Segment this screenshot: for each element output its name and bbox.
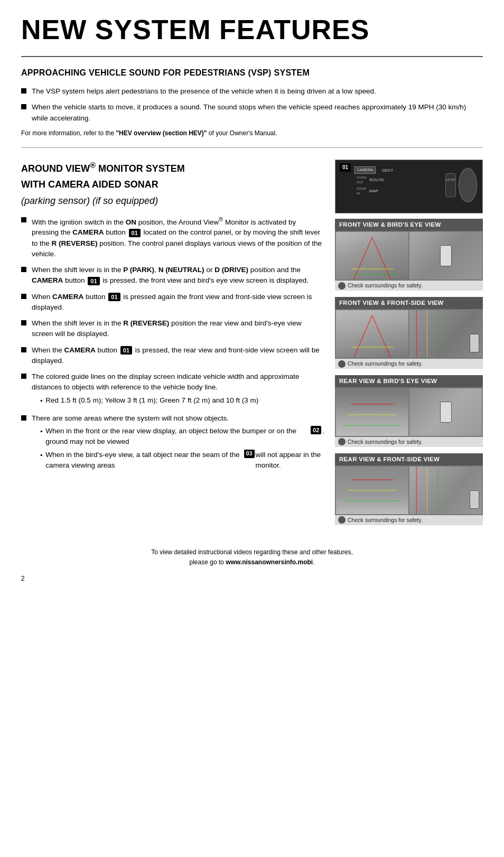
cam-img-bird-1 bbox=[409, 232, 482, 280]
cp-zoom-in: ZOOM IN bbox=[357, 187, 366, 195]
cp-enter-btn: ENTER bbox=[445, 173, 456, 197]
av-bullet-4: When the shift lever is in the R (REVERS… bbox=[32, 318, 324, 340]
list-item: The VSP system helps alert pedestrians t… bbox=[21, 86, 483, 97]
camera-label-4: REAR VIEW & FRONT-SIDE VIEW bbox=[335, 453, 483, 465]
caption-icon-3 bbox=[338, 438, 346, 445]
camera-images-col: 01 CAMERA DEST ZOOM OUT ROUTE bbox=[335, 160, 483, 532]
around-view-heading-1: AROUND VIEW® MONITOR SYSTEM bbox=[21, 160, 324, 175]
badge-01c: 01 bbox=[108, 293, 120, 301]
cam-img-front-1 bbox=[336, 232, 408, 280]
list-item: When in the front or the rear view displ… bbox=[40, 426, 324, 448]
caption-text-2: Check surroundings for safety. bbox=[348, 360, 423, 368]
list-item: When the vehicle starts to move, it prod… bbox=[21, 102, 483, 124]
cp-map-label: MAP bbox=[369, 188, 378, 194]
camera-block-3: REAR VIEW & BIRD'S EYE VIEW bbox=[335, 375, 483, 447]
av-bullet-2: When the shift lever is in the P (PARK),… bbox=[32, 265, 324, 286]
cp-zoom-out-label: ZOOM bbox=[357, 175, 366, 180]
camera-grid-1 bbox=[335, 231, 483, 281]
caption-icon-2 bbox=[338, 360, 346, 368]
svg-line-5 bbox=[372, 315, 391, 358]
cam-lines-svg bbox=[336, 232, 408, 280]
cam-img-side-4 bbox=[409, 467, 482, 514]
cp-dest-label: DEST bbox=[382, 167, 393, 174]
av-sub-list-7: When in the front or the rear view displ… bbox=[32, 426, 324, 471]
av-bullet-6: The colored guide lines on the display s… bbox=[32, 371, 324, 408]
camera-label-3: REAR VIEW & BIRD'S EYE VIEW bbox=[335, 375, 483, 387]
vsp-info-bold: "HEV overview (section HEV)" bbox=[116, 129, 207, 137]
cam-cell-rear-4 bbox=[336, 467, 408, 514]
list-item: When in the bird's-eye view, a tall obje… bbox=[40, 450, 324, 471]
cam-lines-svg-2 bbox=[336, 310, 408, 358]
cam-cell-side-4 bbox=[409, 467, 482, 514]
caption-text-3: Check surroundings for safety. bbox=[348, 438, 423, 446]
cp-badge-01: 01 bbox=[340, 163, 351, 172]
camera-grid-3 bbox=[335, 387, 483, 437]
car-top-view bbox=[440, 245, 452, 266]
camera-block-4: REAR VIEW & FRONT-SIDE VIEW bbox=[335, 453, 483, 525]
cam-img-rear-4 bbox=[336, 467, 408, 514]
cp-zoom-label: ZOOM bbox=[357, 187, 366, 191]
bullet-icon bbox=[21, 374, 26, 379]
camera-block-2: FRONT VIEW & FRONT-SIDE VIEW bbox=[335, 297, 483, 369]
around-view-heading-3: (parking sensor) (if so equipped) bbox=[21, 194, 324, 208]
list-item: Red 1.5 ft (0.5 m); Yellow 3 ft (1 m); G… bbox=[40, 395, 324, 406]
cam-img-rear-3 bbox=[336, 388, 408, 436]
camera-caption-3: Check surroundings for safety. bbox=[335, 437, 483, 447]
svg-line-0 bbox=[354, 237, 372, 280]
list-item: When CAMERA button 01 is pressed again t… bbox=[21, 292, 324, 313]
cp-zoom-out: ZOOM OUT bbox=[357, 175, 366, 184]
bullet-icon bbox=[21, 415, 26, 421]
cp-buttons: CAMERA DEST ZOOM OUT ROUTE ZOOM IN bbox=[354, 166, 393, 195]
cam-img-side-2 bbox=[409, 310, 482, 358]
av-bullet-7: There are some areas where the system wi… bbox=[32, 413, 324, 473]
cp-row2: ZOOM OUT ROUTE bbox=[357, 175, 393, 184]
vsp-section: APPROACHING VEHICLE SOUND FOR PEDESTRIAN… bbox=[21, 67, 483, 138]
av-bullet-5: When the CAMERA button 01 is pressed, th… bbox=[32, 345, 324, 367]
list-item: With the ignition switch in the ON posit… bbox=[21, 215, 324, 260]
footer-link: www.nissanownersinfo.mobi bbox=[226, 558, 313, 566]
vsp-bullet-1: The VSP system helps alert pedestrians t… bbox=[32, 86, 483, 97]
cp-camera-btn: CAMERA bbox=[354, 166, 376, 174]
caption-text-1: Check surroundings for safety. bbox=[348, 282, 423, 290]
list-item: When the shift lever is in the R (REVERS… bbox=[21, 318, 324, 340]
av-bullet-3: When CAMERA button 01 is pressed again t… bbox=[32, 292, 324, 313]
list-item: When the CAMERA button 01 is pressed, th… bbox=[21, 345, 324, 367]
cam-cell-bird-1 bbox=[409, 232, 482, 280]
bullet-icon bbox=[21, 320, 26, 325]
around-view-section: AROUND VIEW® MONITOR SYSTEM WITH CAMERA … bbox=[21, 160, 483, 532]
footer-line2-before: please go to bbox=[190, 558, 226, 566]
page-number-container: 2 bbox=[21, 573, 483, 583]
cp-row3: ZOOM IN MAP bbox=[357, 187, 393, 195]
caption-icon-1 bbox=[338, 282, 346, 290]
section-divider bbox=[21, 147, 483, 148]
cp-dial bbox=[459, 168, 477, 202]
car-side-view bbox=[470, 334, 479, 352]
cam-img-bird-3 bbox=[409, 388, 482, 436]
badge-01b: 01 bbox=[88, 277, 99, 285]
camera-caption-4: Check surroundings for safety. bbox=[335, 515, 483, 525]
vsp-bullet-list: The VSP system helps alert pedestrians t… bbox=[21, 86, 483, 124]
rear-lines-svg bbox=[336, 388, 408, 436]
bullet-icon bbox=[21, 88, 26, 94]
camera-grid-2 bbox=[335, 309, 483, 359]
cam-cell-side-2 bbox=[409, 310, 482, 358]
bullet-icon bbox=[21, 104, 26, 109]
svg-line-1 bbox=[372, 237, 391, 280]
cam-cell-front-1 bbox=[336, 232, 408, 280]
footer: To view detailed instructional videos re… bbox=[21, 547, 483, 567]
page-title: NEW SYSTEM FEATURES bbox=[21, 16, 483, 43]
cp-out-label: OUT bbox=[357, 180, 366, 185]
camera-label-1: FRONT VIEW & BIRD'S EYE VIEW bbox=[335, 219, 483, 231]
cam-cell-front-2 bbox=[336, 310, 408, 358]
cam-cell-bird-3 bbox=[409, 388, 482, 436]
vsp-heading: APPROACHING VEHICLE SOUND FOR PEDESTRIAN… bbox=[21, 67, 483, 79]
registered-mark: ® bbox=[90, 161, 96, 170]
rear-lines-svg-2 bbox=[336, 467, 408, 514]
title-divider bbox=[21, 56, 483, 57]
bullet-icon bbox=[21, 217, 26, 222]
vsp-bullet-2: When the vehicle starts to move, it prod… bbox=[32, 102, 483, 124]
svg-line-4 bbox=[354, 315, 372, 358]
badge-01d: 01 bbox=[120, 346, 132, 355]
around-view-heading-block: AROUND VIEW® MONITOR SYSTEM WITH CAMERA … bbox=[21, 160, 324, 207]
around-view-left: AROUND VIEW® MONITOR SYSTEM WITH CAMERA … bbox=[21, 160, 324, 532]
